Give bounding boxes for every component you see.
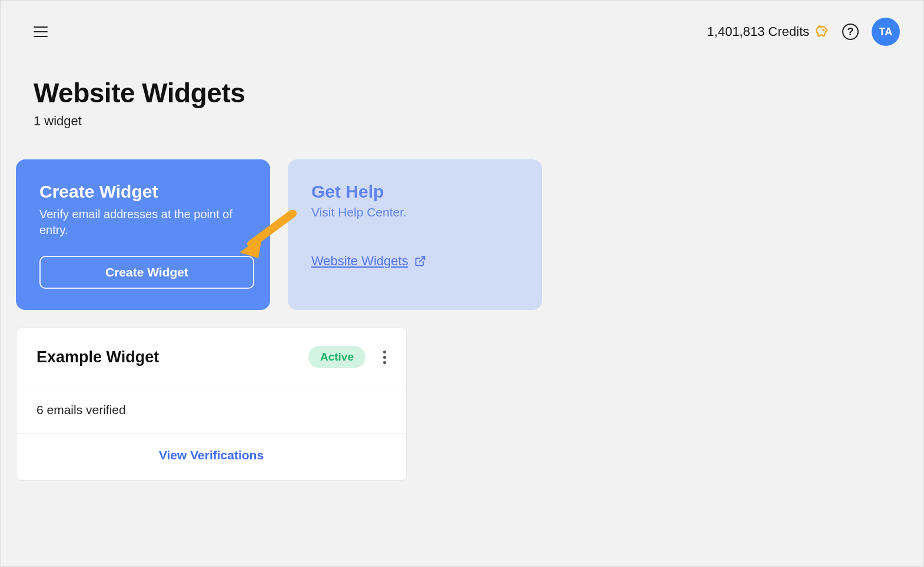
external-link-icon: [414, 255, 426, 267]
help-link-label: Website Widgets: [311, 254, 408, 269]
page-title: Website Widgets: [34, 77, 890, 109]
avatar[interactable]: TA: [872, 18, 900, 46]
help-link[interactable]: Website Widgets: [311, 254, 426, 269]
widget-menu-button[interactable]: [383, 351, 386, 364]
widget-stats: 6 emails verified: [16, 385, 406, 434]
page-subtitle: 1 widget: [34, 114, 890, 129]
help-card-title: Get Help: [311, 182, 518, 202]
create-card-title: Create Widget: [39, 182, 247, 202]
get-help-card: Get Help Visit Help Center. Website Widg…: [288, 159, 542, 310]
piggy-bank-icon: [814, 24, 829, 39]
help-button[interactable]: ?: [842, 24, 859, 40]
svg-point-0: [823, 29, 824, 31]
credits-text: 1,401,813 Credits: [707, 24, 809, 39]
credits-indicator[interactable]: 1,401,813 Credits: [707, 24, 829, 39]
create-widget-card: Create Widget Verify email addresses at …: [16, 159, 270, 310]
avatar-initials: TA: [879, 26, 893, 38]
svg-marker-1: [240, 237, 262, 258]
status-badge: Active: [308, 346, 365, 368]
widget-card: Example Widget Active 6 emails verified …: [16, 328, 407, 481]
widget-name: Example Widget: [36, 348, 159, 366]
view-verifications-link[interactable]: View Verifications: [159, 448, 264, 462]
action-cards-row: Create Widget Verify email addresses at …: [16, 159, 890, 310]
help-card-description: Visit Help Center.: [311, 205, 518, 219]
top-bar: 1,401,813 Credits ? TA: [1, 1, 923, 48]
svg-line-2: [419, 257, 424, 262]
widget-card-header: Example Widget Active: [16, 328, 406, 385]
menu-button[interactable]: [34, 26, 48, 37]
create-card-description: Verify email addresses at the point of e…: [39, 206, 247, 238]
create-widget-button[interactable]: Create Widget: [39, 256, 254, 289]
